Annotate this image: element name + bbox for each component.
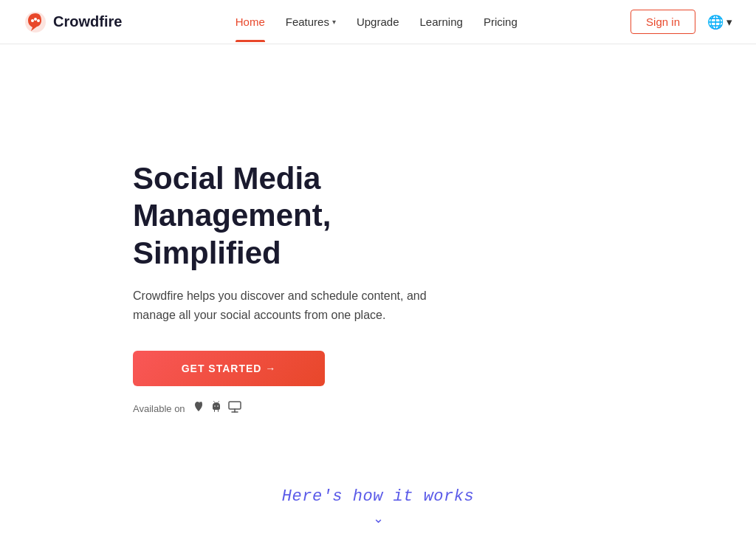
logo-icon[interactable] bbox=[24, 10, 47, 34]
globe-chevron-icon: ▾ bbox=[726, 16, 732, 29]
hero-subtitle: Crowdfire helps you discover and schedul… bbox=[133, 286, 428, 324]
svg-point-4 bbox=[214, 405, 216, 407]
globe-icon: 🌐 bbox=[707, 14, 724, 30]
navbar-right: Sign in 🌐 ▾ bbox=[630, 10, 732, 34]
chevron-down-icon[interactable]: ⌄ bbox=[0, 510, 756, 526]
svg-point-5 bbox=[217, 405, 219, 407]
hero-section: Social Media Management, Simplified Crow… bbox=[0, 44, 756, 473]
how-it-works-label: Here's how it works bbox=[282, 487, 474, 506]
hero-title: Social Media Management, Simplified bbox=[133, 160, 487, 272]
navbar: Crowdfire Home Features ▾ Upgrade Learni… bbox=[0, 0, 756, 44]
nav-link-features[interactable]: Features ▾ bbox=[286, 2, 336, 41]
available-on-row: Available on bbox=[133, 401, 756, 416]
nav-link-learning[interactable]: Learning bbox=[419, 2, 462, 41]
sign-in-button[interactable]: Sign in bbox=[630, 10, 695, 34]
features-chevron-icon: ▾ bbox=[332, 18, 336, 26]
svg-point-1 bbox=[31, 19, 34, 22]
nav-link-upgrade[interactable]: Upgrade bbox=[357, 2, 399, 41]
available-on-label: Available on bbox=[133, 403, 185, 414]
apple-icon bbox=[193, 401, 205, 416]
desktop-icon bbox=[228, 401, 241, 416]
nav-link-pricing[interactable]: Pricing bbox=[484, 2, 518, 41]
how-it-works-section: Here's how it works ⌄ bbox=[0, 473, 756, 556]
svg-point-2 bbox=[34, 18, 37, 21]
platform-icons bbox=[193, 401, 241, 416]
svg-point-3 bbox=[37, 19, 40, 22]
get-started-button[interactable]: GET STARTED → bbox=[133, 351, 325, 386]
globe-language-button[interactable]: 🌐 ▾ bbox=[707, 14, 732, 30]
nav-link-home[interactable]: Home bbox=[236, 2, 265, 41]
svg-rect-6 bbox=[229, 402, 241, 409]
navbar-left: Crowdfire bbox=[24, 10, 122, 34]
android-icon bbox=[210, 401, 222, 416]
navbar-center: Home Features ▾ Upgrade Learning Pricing bbox=[236, 2, 518, 41]
logo-text: Crowdfire bbox=[53, 13, 122, 30]
